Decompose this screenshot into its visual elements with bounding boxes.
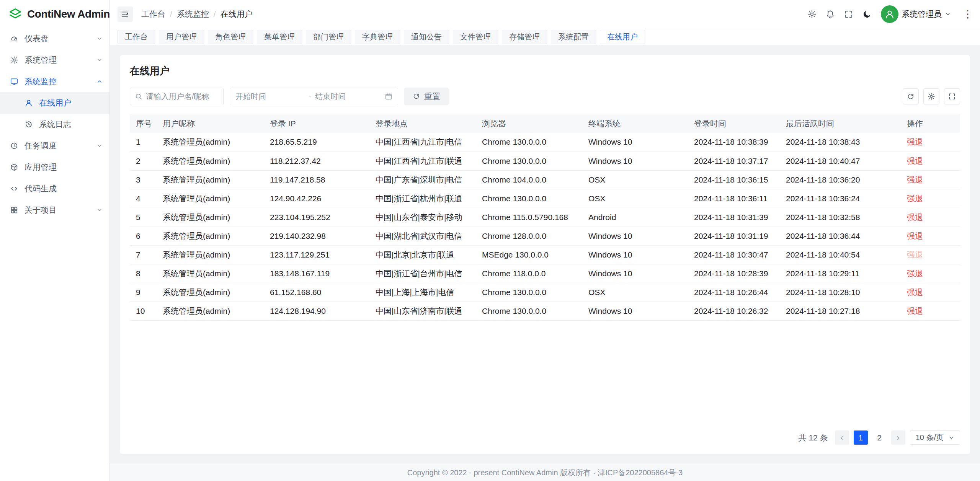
chevron-up-icon (96, 78, 103, 85)
settings-icon (928, 93, 935, 100)
force-logout-link[interactable]: 强退 (907, 288, 923, 297)
cell-ip: 123.117.129.251 (264, 245, 369, 264)
force-logout-link[interactable]: 强退 (907, 307, 923, 315)
column-header: 最后活跃时间 (780, 114, 901, 133)
tab-在线用户[interactable]: 在线用户 (600, 30, 645, 44)
force-logout-link[interactable]: 强退 (907, 250, 923, 259)
force-logout-link[interactable]: 强退 (907, 157, 923, 165)
cell-action: 强退 (901, 302, 960, 320)
table-row: 8系统管理员(admin)183.148.167.119中国|浙江省|台州市|电… (130, 264, 960, 283)
force-logout-link[interactable]: 强退 (907, 232, 923, 240)
cell-os: Windows 10 (582, 264, 688, 283)
cell-last_active: 2024-11-18 10:36:44 (780, 227, 901, 245)
sidebar-item-online-users[interactable]: 在线用户 (0, 92, 109, 114)
date-range-picker[interactable]: 开始时间 - 结束时间 (230, 88, 398, 105)
refresh-table-button[interactable] (903, 88, 919, 104)
tab-文件管理[interactable]: 文件管理 (453, 30, 498, 44)
sidebar-item-code-generation[interactable]: 代码生成 (0, 178, 109, 199)
cell-last_active: 2024-11-18 10:28:10 (780, 283, 901, 302)
schedule-icon (10, 142, 18, 150)
cell-action: 强退 (901, 264, 960, 283)
breadcrumb: 工作台 / 系统监控 / 在线用户 (141, 9, 253, 20)
cell-browser: Chrome 128.0.0.0 (476, 227, 582, 245)
cell-location: 中国|江西省|九江市|联通 (369, 152, 476, 170)
tab-字典管理[interactable]: 字典管理 (355, 30, 400, 44)
tab-通知公告[interactable]: 通知公告 (404, 30, 449, 44)
cell-last_active: 2024-11-18 10:29:11 (780, 264, 901, 283)
cell-ip: 118.212.37.42 (264, 152, 369, 170)
user-menu[interactable]: 系统管理员 (881, 5, 951, 23)
tab-菜单管理[interactable]: 菜单管理 (257, 30, 302, 44)
force-logout-link[interactable]: 强退 (907, 213, 923, 222)
breadcrumb-item[interactable]: 工作台 (141, 9, 165, 20)
sidebar-item-label: 应用管理 (24, 162, 57, 173)
about-icon (10, 206, 18, 214)
breadcrumb-item[interactable]: 系统监控 (177, 9, 209, 20)
sidebar-item-system-monitor[interactable]: 系统监控 (0, 71, 109, 92)
cell-ip: 119.147.218.58 (264, 170, 369, 189)
reset-button[interactable]: 重置 (404, 88, 449, 105)
tab-角色管理[interactable]: 角色管理 (208, 30, 253, 44)
tab-部门管理[interactable]: 部门管理 (306, 30, 351, 44)
avatar (881, 5, 898, 23)
cell-nickname: 系统管理员(admin) (157, 152, 264, 170)
sidebar-menu: 仪表盘 系统管理 系统监控 在线用户 系统日志 任务调度 (0, 28, 109, 221)
date-start-input[interactable]: 开始时间 (235, 91, 305, 102)
sidebar-item-dashboard[interactable]: 仪表盘 (0, 28, 109, 49)
cell-location: 中国|江西省|九江市|电信 (369, 133, 476, 152)
sidebar-submenu-system-monitor: 在线用户 系统日志 (0, 92, 109, 135)
next-page-button[interactable] (891, 430, 905, 445)
fullscreen-table-button[interactable] (944, 88, 960, 104)
tab-存储管理[interactable]: 存储管理 (502, 30, 547, 44)
sidebar-item-system-management[interactable]: 系统管理 (0, 49, 109, 71)
cell-os: Windows 10 (582, 245, 688, 264)
sidebar-item-app-management[interactable]: 应用管理 (0, 157, 109, 178)
page-button-1[interactable]: 1 (854, 430, 868, 445)
search-input[interactable] (146, 92, 219, 101)
tab-用户管理[interactable]: 用户管理 (159, 30, 204, 44)
page-button-2[interactable]: 2 (872, 430, 887, 445)
force-logout-link[interactable]: 强退 (907, 269, 923, 278)
notification-icon[interactable] (826, 10, 835, 19)
sidebar-item-label: 在线用户 (39, 98, 71, 108)
search-box[interactable] (130, 88, 224, 105)
fullscreen-icon[interactable] (844, 10, 853, 19)
tab-工作台[interactable]: 工作台 (118, 30, 155, 44)
cell-location: 中国|山东省|济南市|联通 (369, 302, 476, 320)
logo[interactable]: ContiNew Admin (0, 0, 109, 28)
more-icon[interactable]: ⋮ (961, 9, 975, 20)
cell-os: Windows 10 (582, 302, 688, 320)
breadcrumb-separator: / (170, 10, 172, 19)
top-header: 工作台 / 系统监控 / 在线用户 系统管理员 ⋮ (110, 0, 980, 28)
force-logout-link[interactable]: 强退 (907, 194, 923, 203)
cell-browser: Chrome 115.0.5790.168 (476, 208, 582, 227)
dark-mode-icon[interactable] (862, 10, 872, 19)
tab-系统配置[interactable]: 系统配置 (551, 30, 596, 44)
cell-last_active: 2024-11-18 10:32:58 (780, 208, 901, 227)
date-end-input[interactable]: 结束时间 (315, 91, 385, 102)
cell-ip: 218.65.5.219 (264, 133, 369, 152)
cell-ip: 183.148.167.119 (264, 264, 369, 283)
cell-action: 强退 (901, 170, 960, 189)
cell-last_active: 2024-11-18 10:38:43 (780, 133, 901, 152)
page-size-select[interactable]: 10 条/页 (910, 430, 960, 445)
sidebar-item-task-schedule[interactable]: 任务调度 (0, 135, 109, 157)
sidebar-item-system-log[interactable]: 系统日志 (0, 114, 109, 135)
prev-page-button[interactable] (835, 430, 849, 445)
cell-location: 中国|浙江省|台州市|电信 (369, 264, 476, 283)
cell-index: 8 (130, 264, 157, 283)
column-settings-button[interactable] (923, 88, 939, 104)
app-icon (10, 163, 18, 171)
column-header: 操作 (901, 114, 960, 133)
chevron-down-icon (96, 36, 103, 42)
monitor-icon (10, 77, 18, 86)
force-logout-link[interactable]: 强退 (907, 175, 923, 184)
sidebar-collapse-button[interactable] (118, 7, 133, 22)
cell-ip: 124.90.42.226 (264, 189, 369, 208)
sidebar-item-about-project[interactable]: 关于项目 (0, 199, 109, 221)
cell-action: 强退 (901, 227, 960, 245)
sidebar-item-label: 系统日志 (39, 119, 71, 130)
settings-icon[interactable] (807, 10, 817, 19)
force-logout-link[interactable]: 强退 (907, 137, 923, 146)
logo-icon (8, 7, 22, 21)
